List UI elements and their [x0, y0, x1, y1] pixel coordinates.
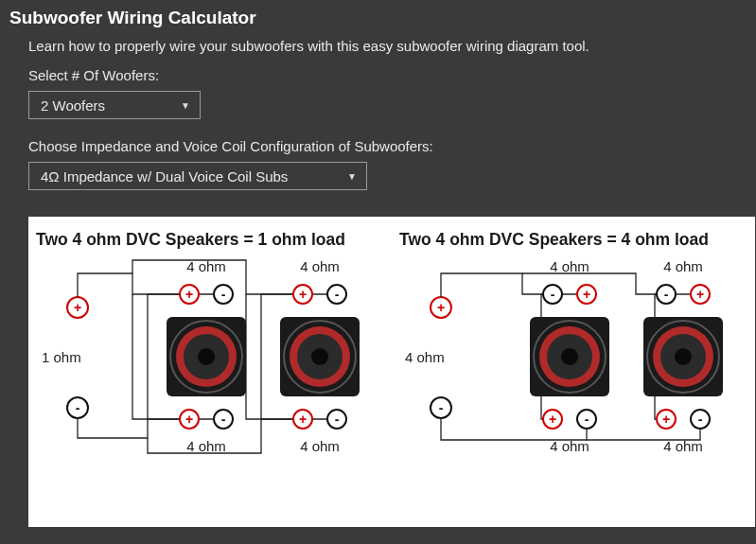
- svg-point-52: [675, 348, 692, 365]
- chevron-down-icon: ▼: [347, 171, 357, 182]
- svg-text:4 ohm: 4 ohm: [663, 258, 703, 274]
- svg-text:-: -: [664, 287, 669, 302]
- svg-text:4 ohm: 4 ohm: [550, 258, 589, 274]
- svg-text:-: -: [221, 287, 226, 302]
- svg-text:-: -: [76, 400, 80, 415]
- svg-text:+: +: [74, 300, 81, 315]
- woofer-count-value: 2 Woofers: [41, 97, 105, 114]
- diagram-1ohm-title: Two 4 ohm DVC Speakers = 1 ohm load: [36, 230, 380, 250]
- svg-text:+: +: [696, 287, 704, 302]
- intro-text: Learn how to properly wire your subwoofe…: [28, 38, 756, 54]
- svg-text:+: +: [583, 287, 590, 302]
- diagram-1ohm: Two 4 ohm DVC Speakers = 1 ohm load + - …: [36, 230, 380, 457]
- svg-text:+: +: [185, 412, 193, 427]
- svg-text:-: -: [221, 412, 226, 427]
- impedance-label: Choose Impedance and Voice Coil Configur…: [28, 138, 756, 154]
- svg-point-13: [198, 348, 215, 365]
- svg-point-47: [561, 348, 578, 365]
- svg-text:+: +: [437, 300, 445, 315]
- load-label: 1 ohm: [42, 349, 81, 365]
- svg-text:+: +: [185, 287, 193, 302]
- svg-text:+: +: [662, 412, 670, 427]
- diagram-4ohm: Two 4 ohm DVC Speakers = 4 ohm load + - …: [399, 230, 744, 457]
- svg-text:+: +: [549, 412, 556, 427]
- svg-point-18: [311, 348, 328, 365]
- svg-text:-: -: [551, 287, 555, 302]
- impedance-select[interactable]: 4Ω Impedance w/ Dual Voice Coil Subs ▼: [28, 162, 367, 190]
- wiring-diagram: Two 4 ohm DVC Speakers = 1 ohm load + - …: [28, 217, 755, 527]
- impedance-value: 4Ω Impedance w/ Dual Voice Coil Subs: [41, 168, 288, 184]
- svg-text:4 ohm: 4 ohm: [300, 438, 340, 454]
- svg-text:+: +: [299, 412, 307, 427]
- svg-text:4 ohm: 4 ohm: [300, 258, 340, 274]
- load-label: 4 ohm: [405, 349, 445, 365]
- svg-text:-: -: [335, 412, 340, 427]
- chevron-down-icon: ▼: [181, 100, 190, 111]
- svg-text:-: -: [439, 400, 444, 415]
- svg-text:+: +: [299, 287, 307, 302]
- svg-text:-: -: [585, 412, 589, 427]
- page-title: Subwoofer Wiring Calculator: [9, 8, 747, 28]
- woofer-count-select[interactable]: 2 Woofers ▼: [28, 91, 201, 119]
- svg-text:-: -: [335, 287, 340, 302]
- woofer-count-label: Select # Of Woofers:: [28, 67, 756, 83]
- svg-text:4 ohm: 4 ohm: [186, 438, 226, 454]
- svg-text:-: -: [698, 412, 703, 427]
- diagram-4ohm-title: Two 4 ohm DVC Speakers = 4 ohm load: [399, 230, 744, 250]
